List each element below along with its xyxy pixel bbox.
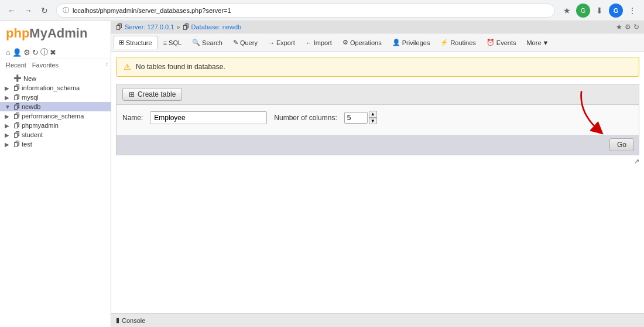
events-tab-label: Events (496, 39, 516, 46)
query-tab-icon: ✎ (233, 39, 238, 46)
spin-down-button[interactable]: ▼ (369, 118, 377, 125)
console-bar[interactable]: ▮ Console (111, 313, 644, 327)
address-bar[interactable]: ⓘ localhost/phpmyadmin/server_databases.… (56, 4, 555, 18)
db-label: test (22, 141, 32, 148)
tab-query[interactable]: ✎ Query (228, 36, 262, 49)
nav-buttons: ← → ↻ (5, 4, 52, 18)
breadcrumb-database[interactable]: Database: newdb (191, 23, 242, 30)
server-icon: 🗍 (116, 23, 122, 30)
go-button[interactable]: Go (609, 138, 634, 151)
back-button[interactable]: ← (5, 4, 19, 18)
import-tab-label: Import (314, 39, 332, 46)
operations-tab-icon: ⚙ (342, 39, 348, 46)
tab-more[interactable]: More ▼ (522, 37, 553, 49)
num-columns-input[interactable] (344, 112, 368, 124)
go-label: Go (617, 141, 626, 149)
db-label: performance_schema (22, 113, 84, 120)
main-content: ⚠ No tables found in database. ⊞ Create … (111, 52, 644, 313)
tree-item-new[interactable]: ➕ New (0, 73, 111, 83)
logo-php: php (6, 26, 29, 40)
db-icon: 🗍 (13, 122, 20, 129)
info-icon[interactable]: ⓘ (40, 47, 48, 57)
recent-link[interactable]: Recent (6, 62, 26, 69)
tab-routines[interactable]: ⚡ Routines (436, 36, 480, 49)
create-table-button[interactable]: ⊞ Create table (122, 88, 182, 101)
tree-item-mysql[interactable]: ▶ 🗍 mysql (0, 93, 111, 102)
routines-tab-label: Routines (450, 39, 475, 46)
star-icon[interactable]: ★ (616, 23, 622, 31)
new-icon: ➕ (13, 74, 22, 82)
user-icon[interactable]: 👤 (12, 48, 22, 57)
tab-export[interactable]: → Export (263, 37, 300, 49)
expand-icon: ▶ (5, 122, 12, 129)
search-tab-label: Search (202, 39, 222, 46)
collapse-icon[interactable]: ↕ (105, 61, 108, 67)
bookmark-button[interactable]: ★ (560, 4, 574, 18)
address-text: localhost/phpmyadmin/server_databases.ph… (73, 7, 231, 14)
profile-button[interactable]: G (609, 4, 623, 18)
structure-tab-label: Structure (126, 39, 152, 46)
alert-message: No tables found in database. (136, 63, 225, 71)
pma-logo: phpMyAdmin (0, 21, 111, 46)
tab-bar: ⊞ Structure ≡ SQL 🔍 Search ✎ Query → Exp… (111, 33, 644, 52)
breadcrumb-sep: » (176, 23, 180, 30)
home-icon[interactable]: ⌂ (6, 48, 11, 57)
db-icon: 🗍 (183, 23, 189, 30)
tree-item-performance-schema[interactable]: ▶ 🗍 performance_schema (0, 111, 111, 121)
tab-search[interactable]: 🔍 Search (187, 36, 227, 49)
query-tab-label: Query (240, 39, 258, 46)
db-label: mysql (22, 94, 39, 101)
tab-operations[interactable]: ⚙ Operations (338, 36, 386, 49)
num-columns-wrapper: ▲ ▼ (344, 111, 377, 124)
db-icon: 🗍 (13, 141, 20, 148)
clear-icon[interactable]: ✖ (50, 48, 56, 57)
create-table-label: Create table (138, 90, 176, 98)
tree-item-test[interactable]: ▶ 🗍 test (0, 139, 111, 149)
browser-chrome: ← → ↻ ⓘ localhost/phpmyadmin/server_data… (0, 0, 644, 21)
tree-item-phpmyadmin[interactable]: ▶ 🗍 phpmyadmin (0, 121, 111, 130)
tree-item-student[interactable]: ▶ 🗍 student (0, 130, 111, 139)
console-label: Console (122, 317, 145, 324)
db-label: phpmyadmin (22, 122, 59, 129)
tab-events[interactable]: ⏰ Events (482, 36, 521, 49)
db-icon: 🗍 (13, 84, 20, 91)
sync-icon[interactable]: ↻ (32, 48, 39, 57)
create-table-form-row: Name: Number of columns: ▲ ▼ (122, 111, 633, 124)
tree-item-information-schema[interactable]: ▶ 🗍 information_schema (0, 83, 111, 93)
menu-button[interactable]: ⋮ (625, 4, 639, 18)
settings-icon[interactable]: ⚙ (23, 48, 30, 57)
expand-icon: ▼ (5, 104, 12, 110)
structure-tab-icon: ⊞ (119, 39, 124, 46)
extension-button[interactable]: G (576, 4, 590, 18)
reload-breadcrumb-icon[interactable]: ↻ (633, 23, 639, 31)
breadcrumb-server[interactable]: Server: 127.0.0.1 (125, 23, 174, 30)
forward-button[interactable]: → (21, 4, 35, 18)
main-layout: phpMyAdmin ⌂ 👤 ⚙ ↻ ⓘ ✖ Recent Favorites … (0, 21, 644, 327)
import-tab-icon: ← (306, 39, 312, 46)
search-tab-icon: 🔍 (192, 39, 200, 46)
expand-icon: ▶ (5, 85, 12, 91)
logo-myadmin: MyAdmin (29, 26, 87, 40)
settings-icon[interactable]: ⚙ (625, 23, 631, 31)
download-button[interactable]: ⬇ (592, 4, 607, 18)
spin-up-button[interactable]: ▲ (369, 111, 377, 118)
db-icon: 🗍 (13, 131, 20, 138)
tab-sql[interactable]: ≡ SQL (159, 37, 186, 49)
tab-import[interactable]: ← Import (301, 37, 337, 49)
table-name-input[interactable] (150, 111, 267, 124)
db-icon: 🗍 (13, 113, 20, 120)
new-label: New (23, 75, 36, 82)
create-table-header: ⊞ Create table (117, 84, 639, 105)
tree-item-newdb[interactable]: ▼ 🗍 newdb (0, 102, 111, 111)
spinner-buttons: ▲ ▼ (369, 111, 377, 124)
favorites-link[interactable]: Favorites (32, 62, 59, 69)
sql-tab-icon: ≡ (163, 39, 167, 46)
tab-structure[interactable]: ⊞ Structure (114, 36, 157, 49)
privileges-tab-label: Privileges (402, 39, 430, 46)
tab-privileges[interactable]: 👤 Privileges (388, 36, 435, 49)
browser-action-buttons: ★ G ⬇ G ⋮ (560, 4, 639, 18)
reload-button[interactable]: ↻ (37, 4, 52, 18)
create-table-section: ⊞ Create table Name: Number of columns: … (116, 84, 639, 155)
sidebar-icon-bar: ⌂ 👤 ⚙ ↻ ⓘ ✖ (0, 46, 111, 59)
expand-corner-icon[interactable]: ↗ (634, 158, 639, 165)
